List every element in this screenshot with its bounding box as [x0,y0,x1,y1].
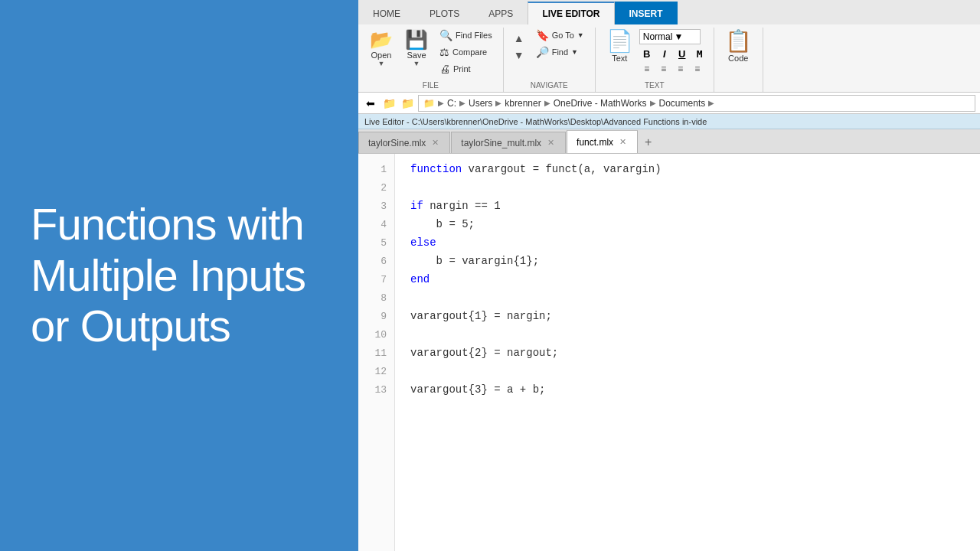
ribbon: HOME PLOTS APPS LIVE EDITOR INSERT 📂 Ope… [358,0,980,93]
underline-button[interactable]: U [675,46,690,61]
code-line-6: b = varargin{1}; [410,252,980,270]
compare-button[interactable]: ⚖ Compare [435,44,497,60]
addr-onedrive: OneDrive - MathWorks [554,98,647,109]
text-style-value: Normal [643,31,673,42]
open-button[interactable]: 📂 Open ▼ [364,28,398,70]
navigate-small-buttons: 🔖 Go To ▼ 🔎 Find ▼ [531,28,589,60]
code-icon: 📋 [725,31,752,52]
tab-taylorSine-mult[interactable]: taylorSine_mult.mlx ✕ [451,132,566,153]
file-buttons: 📂 Open ▼ 💾 Save ▼ 🔍 Find Files [364,28,497,81]
line-num-4: 4 [358,215,394,233]
navigate-group-label: NAVIGATE [531,81,568,92]
ribbon-group-navigate: ▲ ▼ 🔖 Go To ▼ 🔎 Find ▼ [504,28,596,92]
line-num-3: 3 [358,197,394,215]
line-numbers: 1 2 3 4 5 6 7 8 9 10 11 12 13 [358,154,395,551]
right-panel: HOME PLOTS APPS LIVE EDITOR INSERT 📂 Ope… [358,0,980,551]
status-bar: Live Editor - C:\Users\kbrenner\OneDrive… [358,114,980,129]
code-button[interactable]: 📋 Code [720,28,756,66]
line-num-2: 2 [358,178,394,197]
indent-decrease-button[interactable]: ≡ [673,63,688,75]
line-num-8: 8 [358,289,394,307]
addr-folder1-icon[interactable]: 📁 [381,96,397,110]
list-format-row: ≡ ≡ ≡ ≡ [639,63,707,75]
tab-funct[interactable]: funct.mlx ✕ [567,130,638,153]
code-line-3: if nargin == 1 [410,197,980,215]
addr-users: Users [469,98,492,109]
address-path[interactable]: 📁 ▶ C: ▶ Users ▶ kbrenner ▶ OneDrive - M… [418,95,975,112]
addr-documents: Documents [659,98,706,109]
add-tab-button[interactable]: + [639,132,658,153]
tab-insert[interactable]: INSERT [615,2,678,24]
addr-c-drive: C: [447,98,456,109]
line-num-9: 9 [358,307,394,325]
tab-taylorSine-mult-close[interactable]: ✕ [546,138,556,148]
code-line-13: varargout{3} = a + b; [410,380,980,399]
save-icon: 💾 [405,31,428,49]
bold-button[interactable]: B [639,46,655,61]
line-num-10: 10 [358,325,394,344]
goto-label: Go To [552,31,574,40]
ribbon-group-file: 📂 Open ▼ 💾 Save ▼ 🔍 Find Files [358,28,504,92]
code-editor[interactable]: function varargout = funct(a, varargin) … [395,154,980,551]
code-line-2 [410,178,980,197]
ribbon-tab-bar: HOME PLOTS APPS LIVE EDITOR INSERT [358,0,980,24]
text-button[interactable]: 📄 Text [602,28,638,66]
left-panel: Functions with Multiple Inputs or Output… [0,0,358,551]
ribbon-group-text: 📄 Text Normal ▼ B I U [596,28,714,92]
tab-taylorSine[interactable]: taylorSine.mlx ✕ [358,132,450,153]
print-label: Print [453,64,471,73]
tab-taylorSine-close[interactable]: ✕ [430,138,440,148]
find-files-icon: 🔍 [439,29,452,41]
navigate-buttons: ▲ ▼ 🔖 Go To ▼ 🔎 Find ▼ [510,28,589,63]
code-line-5: else [410,233,980,252]
nav-up-button[interactable]: ▲ [510,31,528,46]
status-text: Live Editor - C:\Users\kbrenner\OneDrive… [364,117,707,126]
addr-folder2-icon[interactable]: 📁 [400,96,415,110]
print-button[interactable]: 🖨 Print [435,61,497,77]
print-icon: 🖨 [439,63,450,75]
monospace-button[interactable]: M [692,46,707,61]
text-style-row: Normal ▼ [639,29,707,44]
file-small-buttons: 🔍 Find Files ⚖ Compare 🖨 Print [435,28,497,77]
nav-down-button[interactable]: ▼ [510,47,528,63]
line-num-6: 6 [358,252,394,270]
goto-icon: 🔖 [536,29,549,41]
code-line-12 [410,362,980,380]
ribbon-group-code: 📋 Code [714,28,763,92]
code-line-7: end [410,270,980,289]
tab-plots[interactable]: PLOTS [415,2,474,24]
addr-back-icon[interactable]: ⬅ [363,96,378,110]
tab-live-editor[interactable]: LIVE EDITOR [528,2,614,24]
indent-increase-button[interactable]: ≡ [690,63,705,75]
tab-apps[interactable]: APPS [474,2,528,24]
compare-label: Compare [452,47,487,57]
addr-path-icon: 📁 [423,98,435,109]
tab-funct-label: funct.mlx [577,137,613,148]
find-files-button[interactable]: 🔍 Find Files [435,28,497,43]
bullet-list-button[interactable]: ≡ [639,63,655,75]
editor-area: 1 2 3 4 5 6 7 8 9 10 11 12 13 function v… [358,154,980,551]
save-button[interactable]: 💾 Save ▼ [400,28,433,70]
file-group-label: FILE [423,81,439,92]
code-line-1: function varargout = funct(a, varargin) [410,160,980,178]
code-line-8 [410,289,980,307]
tab-funct-close[interactable]: ✕ [618,137,628,147]
line-num-5: 5 [358,233,394,252]
addr-kbrenner: kbrenner [505,98,541,109]
find-icon: 🔎 [536,46,549,58]
line-num-12: 12 [358,362,394,380]
open-label: Open [371,51,392,60]
line-num-1: 1 [358,160,394,178]
tab-home[interactable]: HOME [358,2,415,24]
find-button[interactable]: 🔎 Find ▼ [531,44,589,60]
goto-button[interactable]: 🔖 Go To ▼ [531,28,589,43]
code-buttons: 📋 Code [720,28,756,90]
italic-button[interactable]: I [657,46,672,61]
text-buttons: 📄 Text Normal ▼ B I U [602,28,707,81]
ribbon-content: 📂 Open ▼ 💾 Save ▼ 🔍 Find Files [358,24,980,92]
text-style-dropdown[interactable]: Normal ▼ [639,29,701,44]
code-line-4: b = 5; [410,215,980,233]
line-num-11: 11 [358,344,394,362]
code-line-11: varargout{2} = nargout; [410,344,980,362]
numbered-list-button[interactable]: ≡ [656,63,671,75]
